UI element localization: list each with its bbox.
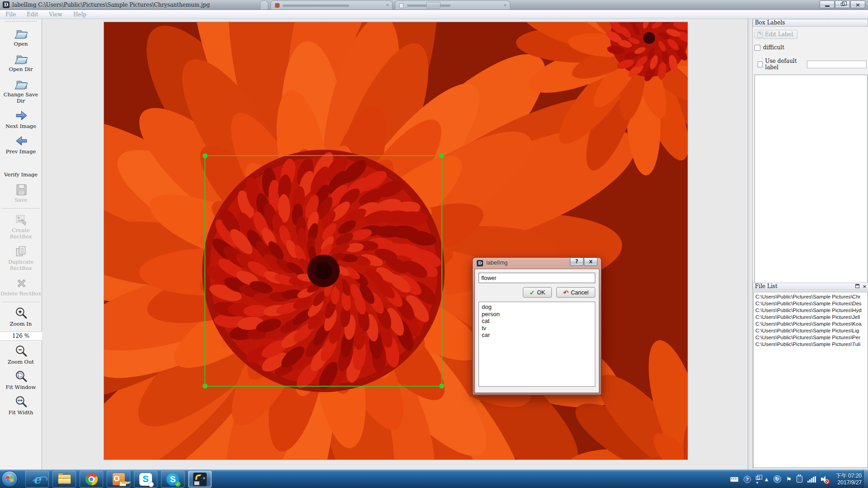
menu-help[interactable]: Help — [68, 11, 92, 18]
network-signal-icon[interactable] — [807, 476, 816, 483]
toolbar-button-verify-image[interactable]: Verify Image — [0, 159, 42, 178]
box-labels-list[interactable] — [754, 75, 868, 284]
toolbar-button-save[interactable]: Save — [0, 182, 42, 203]
toolbar-button-prev-image[interactable]: Prev Image — [0, 134, 42, 155]
use-default-label-checkbox[interactable] — [758, 62, 763, 67]
keyboard-icon[interactable] — [730, 477, 739, 482]
box-labels-header[interactable]: Box Labels — [753, 19, 868, 27]
menu-edit[interactable]: Edit — [21, 11, 43, 18]
file-list-item[interactable]: C:\Users\Public\Pictures\Sample Pictures… — [754, 321, 868, 327]
toolbar: Open Open Dir Change Save Dir Next Image… — [0, 19, 42, 469]
show-hidden-icons-arrow[interactable]: ▲ — [765, 477, 768, 482]
label-input[interactable] — [479, 273, 595, 283]
restore-button[interactable] — [835, 0, 850, 8]
box-labels-body: Edit Label difficult Use default label — [753, 27, 868, 284]
volume-muted-icon[interactable]: ⃠ — [821, 476, 829, 483]
toolbar-drag-handle[interactable] — [5, 21, 37, 22]
skype-icon: S — [139, 473, 152, 486]
toolbar-button-delete-rectbox[interactable]: Delete RectBox — [0, 276, 42, 297]
background-browser-tab[interactable]: × — [395, 0, 510, 9]
labelimg-dialog-icon: D — [477, 260, 483, 266]
label-option[interactable]: dog — [479, 303, 595, 311]
file-list-item[interactable]: C:\Users\Public\Pictures\Sample Pictures… — [754, 327, 868, 334]
label-option[interactable]: car — [479, 332, 595, 339]
create-rectbox-icon — [14, 213, 28, 227]
internet-explorer-icon: e — [33, 473, 41, 485]
menu-file[interactable]: File — [0, 11, 21, 18]
taskbar-skype[interactable]: S — [134, 471, 157, 488]
label-option[interactable]: person — [479, 311, 595, 318]
arrow-right-icon — [14, 109, 28, 123]
panel-splitter[interactable] — [748, 19, 750, 469]
restore-icon — [841, 3, 844, 6]
toolbar-button-open-dir[interactable]: Open Dir — [0, 52, 42, 72]
edit-label-button[interactable]: Edit Label — [754, 30, 797, 39]
toolbar-button-duplicate-rectbox[interactable]: Duplicate RectBox — [0, 244, 42, 271]
dialog-close-button[interactable]: x — [584, 258, 598, 266]
file-list-item[interactable]: C:\Users\Public\Pictures\Sample Pictures… — [754, 294, 868, 300]
image-canvas[interactable] — [42, 19, 750, 469]
minimize-button[interactable] — [820, 0, 835, 8]
sync-icon[interactable]: ↻ — [773, 475, 781, 483]
bounding-box[interactable] — [204, 155, 442, 387]
toolbar-button-zoom-in[interactable]: Zoom In — [0, 306, 42, 327]
file-list-item[interactable]: C:\Users\Public\Pictures\Sample Pictures… — [754, 307, 868, 314]
window-titlebar[interactable]: D labelImg C:\Users\Public\Pictures\Samp… — [0, 0, 868, 10]
toolbar-button-change-save-dir[interactable]: Change Save Dir — [0, 77, 42, 104]
toolbar-button-open[interactable]: Open — [0, 26, 42, 47]
label-options-list[interactable]: dogpersoncattvcar — [479, 302, 595, 387]
taskbar-internet-explorer[interactable]: e — [25, 471, 49, 488]
toolbar-button-next-image[interactable]: Next Image — [0, 109, 42, 129]
file-list-item[interactable]: C:\Users\Public\Pictures\Sample Pictures… — [754, 341, 868, 348]
window-restore-icon[interactable] — [756, 476, 760, 480]
file-list-item[interactable]: C:\Users\Public\Pictures\Sample Pictures… — [754, 300, 868, 307]
background-browser-tab[interactable]: × — [270, 0, 393, 9]
cancel-button[interactable]: ↶ Cancel — [556, 287, 595, 298]
file-list-header[interactable]: File List × — [753, 283, 868, 290]
bbox-handle-bottom-right[interactable] — [439, 384, 444, 389]
right-panel: Box Labels Edit Label difficult Use defa… — [752, 19, 868, 469]
file-list[interactable]: C:\Users\Public\Pictures\Sample Pictures… — [753, 292, 868, 468]
file-list-item[interactable]: C:\Users\Public\Pictures\Sample Pictures… — [754, 314, 868, 321]
ok-button[interactable]: ✓ OK — [523, 287, 552, 298]
dock-close-icon[interactable]: × — [863, 284, 867, 289]
action-center-flag-icon[interactable]: ⚑ — [786, 476, 792, 483]
tab-close-icon[interactable]: × — [504, 2, 507, 8]
safely-remove-icon[interactable] — [797, 476, 802, 483]
bbox-handle-bottom-left[interactable] — [203, 384, 208, 389]
bbox-handle-top-right[interactable] — [439, 153, 444, 158]
python-labelimg-icon: > — [193, 473, 207, 486]
label-option[interactable]: tv — [479, 325, 595, 332]
menu-view[interactable]: View — [43, 11, 68, 18]
toolbar-button-create-rectbox[interactable]: Create RectBox — [0, 213, 42, 240]
bbox-handle-top-left[interactable] — [203, 153, 208, 158]
show-desktop-button[interactable] — [863, 470, 868, 488]
dialog-titlebar[interactable]: D labelImg ? x — [473, 258, 601, 269]
label-dialog[interactable]: D labelImg ? x ✓ OK ↶ Cancel dogper — [472, 257, 602, 395]
tab-close-icon[interactable]: × — [386, 2, 389, 8]
taskbar-outlook[interactable]: O — [107, 471, 130, 488]
file-list-item[interactable]: C:\Users\Public\Pictures\Sample Pictures… — [754, 334, 868, 341]
dock-float-icon[interactable] — [855, 284, 859, 288]
taskbar-file-explorer[interactable] — [52, 471, 76, 488]
background-browser-tab-edge[interactable] — [260, 0, 268, 9]
taskbar-skype-business[interactable]: S✓ — [161, 471, 185, 488]
toolbar-button-fit-window[interactable]: Fit Window — [0, 370, 42, 390]
taskbar-chrome[interactable] — [80, 471, 103, 488]
toolbar-label: Create RectBox — [0, 227, 41, 240]
start-button[interactable] — [1, 471, 18, 487]
difficult-checkbox[interactable] — [754, 45, 760, 51]
dialog-help-button[interactable]: ? — [570, 258, 583, 266]
toolbar-label: Fit Window — [0, 384, 41, 390]
taskbar-python-labelimg[interactable]: > — [188, 471, 212, 488]
close-button[interactable]: × — [850, 0, 865, 8]
toolbar-button-fit-width[interactable]: Fit Width — [0, 395, 42, 416]
default-label-input[interactable] — [807, 61, 867, 68]
label-option[interactable]: cat — [479, 317, 595, 325]
toolbar-button-zoom-out[interactable]: Zoom Out — [0, 344, 42, 365]
help-icon[interactable]: ? — [744, 476, 751, 483]
taskbar-clock[interactable]: 下午 07:20 2017/9/27 — [836, 473, 862, 486]
window-title: labelImg C:\Users\Public\Pictures\Sample… — [12, 1, 210, 9]
new-tab-button[interactable] — [426, 2, 441, 9]
zoom-percent-field[interactable]: 126 % — [0, 332, 42, 341]
